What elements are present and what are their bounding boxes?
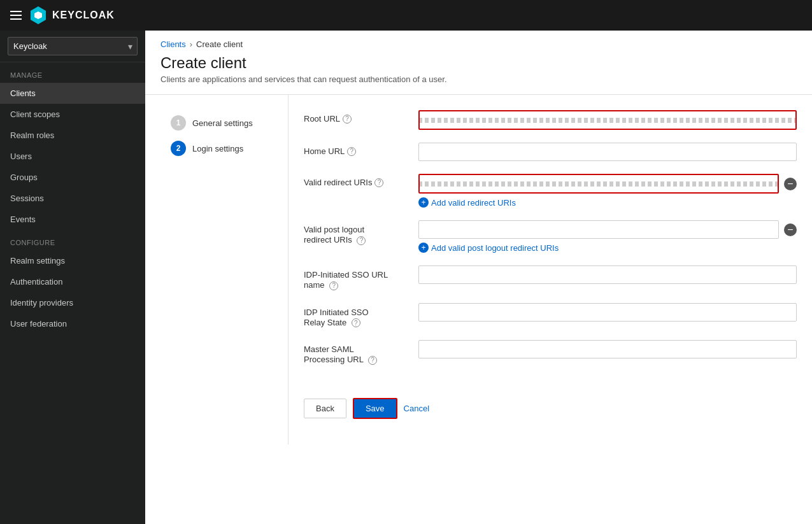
idp-sso-url-input-col [418,266,797,284]
sidebar-item-events[interactable]: Events [0,209,145,230]
breadcrumb-current: Create client [196,39,243,49]
idp-relay-input[interactable] [418,303,797,322]
idp-relay-input-col [418,303,797,322]
idp-sso-url-label-col: IDP-Initiated SSO URL name ? [304,266,418,290]
sidebar-item-users[interactable]: Users [0,146,145,167]
realm-selector[interactable]: Keycloak [0,31,145,62]
idp-sso-url-group: IDP-Initiated SSO URL name ? [304,266,797,290]
home-url-input-col [418,143,797,161]
valid-redirect-label-col: Valid redirect URIs ? [304,174,418,187]
valid-redirect-group: Valid redirect URIs ? − + Add valid redi… [304,174,797,208]
home-url-label: Home URL ? [304,146,418,156]
sidebar-item-label: Events [10,215,36,224]
breadcrumb-separator: › [190,39,192,49]
valid-redirect-uri-input[interactable] [418,174,779,194]
breadcrumb-clients-link[interactable]: Clients [160,39,186,49]
master-saml-input[interactable] [418,340,797,358]
sidebar-item-client-scopes[interactable]: Client scopes [0,104,145,125]
sidebar-item-realm-roles[interactable]: Realm roles [0,125,145,146]
home-url-help-icon[interactable]: ? [347,147,356,156]
sidebar-item-sessions[interactable]: Sessions [0,188,145,209]
realm-select[interactable]: Keycloak [8,37,138,55]
cancel-button[interactable]: Cancel [404,404,429,413]
root-url-help-icon[interactable]: ? [343,115,352,124]
steps-panel: 1 General settings 2 Login settings [160,95,288,444]
sidebar-item-label: Users [10,152,32,161]
sidebar-item-label: Realm settings [10,256,65,266]
sidebar: Keycloak Manage Clients Client scopes Re… [0,31,145,524]
root-url-input-col [418,110,797,130]
logo-area: KEYCLOAK [29,6,115,24]
sidebar-item-groups[interactable]: Groups [0,167,145,188]
back-button[interactable]: Back [304,399,346,418]
sidebar-item-user-federation[interactable]: User federation [0,313,145,334]
idp-sso-url-label: IDP-Initiated SSO URL name ? [304,270,388,290]
sidebar-item-identity-providers[interactable]: Identity providers [0,292,145,313]
root-url-label-col: Root URL ? [304,110,418,124]
add-post-logout-icon: + [418,243,429,253]
logo-text: KEYCLOAK [52,10,115,21]
master-saml-help-icon[interactable]: ? [368,356,377,365]
remove-redirect-uri-button[interactable]: − [784,178,797,190]
post-logout-input-col: − + Add valid post logout redirect URIs [418,220,797,253]
root-url-label: Root URL ? [304,114,418,124]
step-2-badge: 2 [171,141,186,156]
step-1-label: General settings [192,118,253,128]
keycloak-logo-icon [29,6,47,24]
save-button[interactable]: Save [353,398,397,419]
post-logout-help-icon[interactable]: ? [357,236,366,245]
valid-redirect-help-icon[interactable]: ? [374,178,383,187]
post-logout-group: Valid post logout redirect URIs ? − + Ad… [304,220,797,253]
master-saml-input-col [418,340,797,358]
sidebar-item-realm-settings[interactable]: Realm settings [0,250,145,271]
configure-section-label: Configure [0,230,145,250]
add-redirect-icon: + [418,197,429,208]
sidebar-item-authentication[interactable]: Authentication [0,271,145,292]
post-logout-label: Valid post logout redirect URIs ? [304,225,366,244]
page-subtitle: Clients are applications and services th… [160,74,797,84]
sidebar-item-label: Sessions [10,194,44,203]
master-saml-group: Master SAML Processing URL ? [304,340,797,365]
idp-relay-label: IDP Initiated SSO Relay State ? [304,308,369,327]
home-url-input[interactable] [418,143,797,161]
sidebar-item-label: Groups [10,173,38,182]
sidebar-item-label: Clients [10,89,36,98]
sidebar-item-label: User federation [10,319,67,329]
step-1-badge: 1 [171,115,186,131]
step-2-item: 2 Login settings [171,136,278,161]
form-panel: Root URL ? Home URL ? [288,95,797,444]
post-logout-uri-input[interactable] [418,220,779,239]
redirect-uri-row: − [418,174,797,194]
sidebar-item-label: Client scopes [10,110,60,119]
master-saml-label: Master SAML Processing URL ? [304,344,377,364]
home-url-group: Home URL ? [304,143,797,161]
valid-redirect-input-col: − + Add valid redirect URIs [418,174,797,208]
page-title: Create client [160,54,797,72]
idp-sso-url-help-icon[interactable]: ? [329,281,338,290]
valid-redirect-label: Valid redirect URIs ? [304,178,418,187]
step-2-label: Login settings [192,144,243,153]
root-url-group: Root URL ? [304,110,797,130]
breadcrumb: Clients › Create client [145,31,812,49]
idp-sso-url-input[interactable] [418,266,797,284]
add-valid-redirect-link[interactable]: + Add valid redirect URIs [418,197,797,208]
step-1-item: 1 General settings [171,110,278,136]
page-header: Create client Clients are applications a… [145,49,812,94]
post-logout-uri-row: − [418,220,797,239]
idp-relay-help-icon[interactable]: ? [352,318,360,327]
sidebar-item-label: Realm roles [10,131,54,140]
sidebar-item-label: Authentication [10,277,62,287]
post-logout-label-col: Valid post logout redirect URIs ? [304,220,418,245]
root-url-input[interactable] [418,110,797,130]
action-bar: Back Save Cancel [304,378,797,429]
manage-section-label: Manage [0,62,145,83]
sidebar-item-label: Identity providers [10,298,73,308]
idp-relay-group: IDP Initiated SSO Relay State ? [304,303,797,328]
remove-post-logout-button[interactable]: − [784,223,797,236]
hamburger-icon[interactable] [10,11,22,20]
add-post-logout-link[interactable]: + Add valid post logout redirect URIs [418,243,797,253]
idp-relay-label-col: IDP Initiated SSO Relay State ? [304,303,418,328]
master-saml-label-col: Master SAML Processing URL ? [304,340,418,365]
sidebar-item-clients[interactable]: Clients [0,83,145,104]
content-area: Clients › Create client Create client Cl… [145,31,812,524]
